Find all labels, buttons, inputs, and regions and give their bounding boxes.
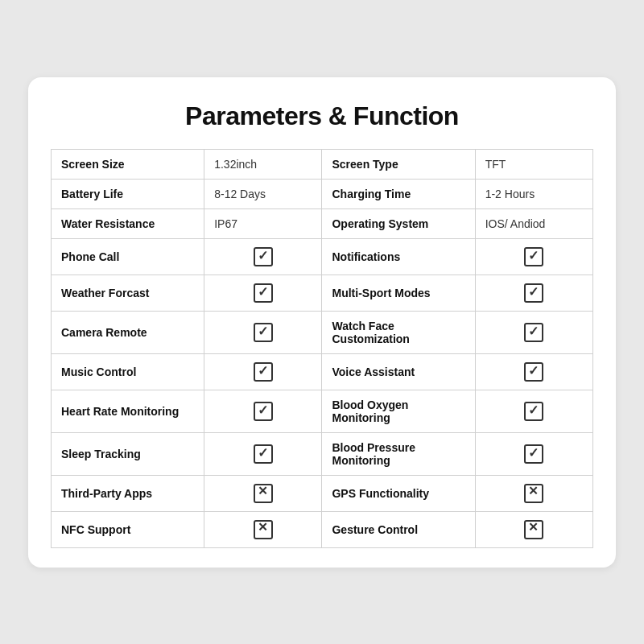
left-label: Camera Remote [52,311,204,353]
table-row: Heart Rate MonitoringBlood Oxygen Monito… [52,390,593,432]
right-value [475,390,592,432]
table-row: Water ResistanceIP67Operating SystemIOS/… [52,208,593,238]
check-yes-icon [524,402,543,421]
check-yes-icon [254,362,273,382]
check-no-icon [524,484,543,503]
left-value [204,353,322,390]
left-value [204,511,322,547]
left-value [204,275,322,311]
table-row: Battery Life8-12 DaysCharging Time1-2 Ho… [52,179,593,208]
check-yes-icon [524,323,543,342]
right-label: Blood Pressure Monitoring [322,432,475,475]
check-yes-icon [254,283,273,303]
left-label: Music Control [52,353,204,390]
right-value [475,311,592,353]
right-value: TFT [475,149,592,179]
left-label: Phone Call [52,238,204,275]
right-value: IOS/ Andiod [475,208,592,238]
card: Parameters & Function Screen Size1.32inc… [28,77,616,568]
table-row: Camera RemoteWatch Face Customization [52,311,593,353]
right-value [475,475,592,511]
table-row: Screen Size1.32inchScreen TypeTFT [52,149,593,179]
check-yes-icon [254,247,273,266]
right-label: GPS Functionality [322,475,475,511]
check-yes-icon [254,402,273,421]
check-yes-icon [524,247,543,266]
left-value: 1.32inch [204,149,322,179]
left-value [204,475,322,511]
right-label: Watch Face Customization [322,311,475,353]
right-label: Notifications [322,238,475,275]
right-value [475,511,592,547]
right-label: Charging Time [322,179,475,208]
right-value [475,275,592,311]
right-label: Blood Oxygen Monitoring [322,390,475,432]
table-row: Third-Party AppsGPS Functionality [52,475,593,511]
table-row: NFC SupportGesture Control [52,511,593,547]
check-yes-icon [254,323,273,342]
table-row: Weather ForcastMulti-Sport Modes [52,275,593,311]
left-label: Sleep Tracking [52,432,204,475]
check-yes-icon [524,283,543,303]
left-label: Battery Life [52,179,204,208]
right-label: Operating System [322,208,475,238]
left-value [204,390,322,432]
check-yes-icon [524,444,543,464]
left-label: NFC Support [52,511,204,547]
right-label: Voice Assistant [322,353,475,390]
table-row: Music ControlVoice Assistant [52,353,593,390]
params-table: Screen Size1.32inchScreen TypeTFTBattery… [51,149,593,548]
check-no-icon [254,484,273,503]
right-value [475,353,592,390]
left-value [204,432,322,475]
table-row: Sleep TrackingBlood Pressure Monitoring [52,432,593,475]
left-label: Third-Party Apps [52,475,204,511]
left-value [204,238,322,275]
right-value: 1-2 Hours [475,179,592,208]
left-value: IP67 [204,208,322,238]
left-label: Weather Forcast [52,275,204,311]
left-value: 8-12 Days [204,179,322,208]
left-label: Heart Rate Monitoring [52,390,204,432]
right-label: Multi-Sport Modes [322,275,475,311]
check-yes-icon [254,444,273,464]
right-value [475,238,592,275]
right-label: Screen Type [322,149,475,179]
left-value [204,311,322,353]
check-no-icon [524,520,543,539]
page-title: Parameters & Function [51,101,593,131]
table-row: Phone CallNotifications [52,238,593,275]
right-label: Gesture Control [322,511,475,547]
left-label: Water Resistance [52,208,204,238]
check-no-icon [254,520,273,539]
left-label: Screen Size [52,149,204,179]
right-value [475,432,592,475]
check-yes-icon [524,362,543,382]
